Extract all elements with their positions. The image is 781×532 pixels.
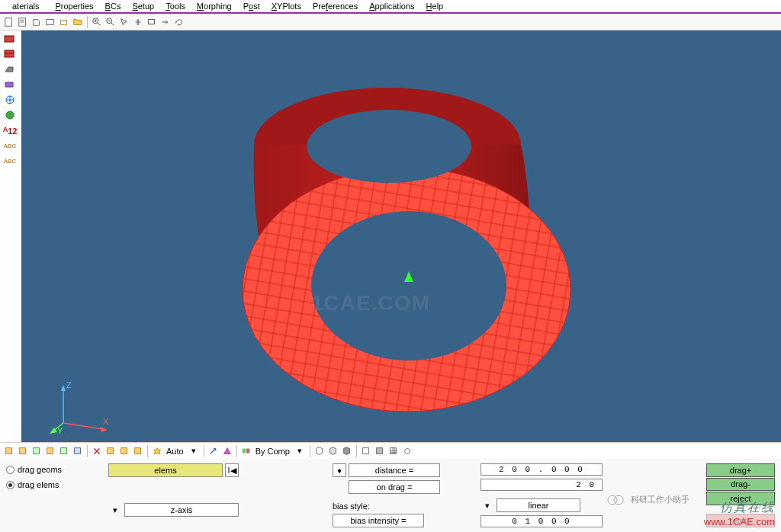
drag-plus-button[interactable]: drag+ [706,463,775,477]
svg-rect-35 [377,447,383,453]
auto-dropdown[interactable]: ▾ [187,444,201,458]
mt-5[interactable] [58,445,70,457]
svg-rect-2 [47,19,54,24]
separator [310,445,310,457]
menu-xyplots[interactable]: XYPlots [267,2,306,11]
mt-2[interactable] [17,445,29,457]
mt-auto-icon[interactable] [151,445,163,457]
svg-rect-27 [61,447,67,453]
mt-1[interactable] [3,445,15,457]
mt-x-icon[interactable] [91,445,103,457]
bias-intensity-label: bias intensity = [333,514,424,527]
zoom-out-icon[interactable] [104,16,117,28]
menu-morphing[interactable]: Morphing [192,2,236,11]
mt-box2-icon[interactable] [374,445,386,457]
svg-point-39 [614,495,623,505]
separator [356,445,357,457]
menu-tools[interactable]: Tools [161,2,190,11]
bias-style-dropdown[interactable]: ▾ [480,498,494,512]
top-toolbar [0,14,781,30]
separator [236,445,237,457]
mt-tri-icon[interactable] [221,445,233,457]
menu-preferences[interactable]: Preferences [308,2,362,11]
menu-setup[interactable]: Setup [127,2,159,11]
watermark-corner: 仿真在线 www.1CAE.com [704,500,775,527]
bottom-panel: drag geoms drag elems elems I◀ ▾ z-axis … [0,459,781,532]
ltool-abc2-icon[interactable]: ABC [1,154,19,168]
ltool-abc1-icon[interactable]: ABC [1,139,19,152]
tool-icon-4[interactable] [44,16,56,28]
distance-switch[interactable]: ♦ [333,463,346,477]
mt-bycomp-icon[interactable] [240,445,252,457]
svg-rect-7 [5,36,14,42]
menu-materials[interactable]: aterials [3,2,48,11]
select-arrow-icon[interactable] [118,16,130,28]
folder-icon[interactable] [72,16,84,28]
viewport-3d[interactable]: 1CAE.COM Z X Y [21,30,781,442]
axis-dropdown[interactable]: ▾ [108,503,122,517]
menu-bcs[interactable]: BCs [101,2,126,11]
svg-rect-34 [363,447,369,453]
ltool-green-icon[interactable] [1,108,19,122]
zaxis-button[interactable]: z-axis [124,503,239,517]
svg-rect-30 [121,447,127,453]
mt-arrow3d-icon[interactable] [207,445,220,457]
mt-4[interactable] [44,445,56,457]
ltool-a12-icon[interactable]: A12 [1,123,19,137]
bycomp-dropdown[interactable]: ▾ [293,444,307,458]
mt-clip2[interactable] [118,445,130,457]
ltool-1[interactable] [1,32,19,46]
mt-wire3-icon[interactable] [341,445,353,457]
elems-button[interactable]: elems [108,463,223,477]
rotate-icon[interactable] [173,16,185,28]
svg-rect-6 [149,19,155,24]
mt-wire2-icon[interactable] [327,445,339,457]
tool-icon-3[interactable] [31,16,43,28]
mt-clip[interactable] [104,445,117,457]
distance-input[interactable]: 2 0 0 . 0 0 0 [480,463,603,476]
ondrag-input[interactable]: 2 0 [480,479,603,491]
ltool-2[interactable] [1,47,19,61]
mt-grid-icon[interactable] [387,445,400,457]
ltool-globe-icon[interactable] [1,93,19,107]
mt-box1-icon[interactable] [360,445,372,457]
mt-tool-icon[interactable] [401,445,413,457]
svg-point-37 [404,448,410,453]
separator [204,445,204,457]
svg-text:Y: Y [57,426,63,434]
menu-applications[interactable]: Applications [365,2,419,11]
bias-intensity-input[interactable]: 0 1 0 0 0 [480,515,603,527]
ltool-3[interactable] [1,62,19,76]
tool-icon-2[interactable] [17,16,29,28]
menu-post[interactable]: Post [239,2,265,11]
elems-reset[interactable]: I◀ [225,463,239,477]
drag-minus-button[interactable]: drag- [706,478,775,492]
bycomp-label: By Comp [254,447,291,456]
mt-6[interactable] [72,445,84,457]
rect-icon[interactable] [146,16,158,28]
mt-3[interactable] [31,445,43,457]
svg-point-10 [6,111,14,119]
svg-rect-3 [61,20,67,24]
svg-point-15 [307,110,471,183]
left-toolbar: A12 ABC ABC [0,30,21,442]
svg-marker-19 [100,427,108,432]
menu-properties[interactable]: Properties [50,2,98,11]
tool-icon-5[interactable] [58,16,70,28]
mt-wire1-icon[interactable] [313,445,326,457]
zoom-in-icon[interactable] [91,16,103,28]
radio-drag-geoms[interactable]: drag geoms [6,463,98,476]
axis-triad: Z X Y [48,377,117,434]
arrow-icon[interactable] [159,16,172,28]
bias-style-value[interactable]: linear [497,498,580,512]
mt-clip3[interactable] [132,445,144,457]
svg-marker-17 [61,385,66,391]
menu-help[interactable]: Help [422,2,448,11]
ltool-4[interactable] [1,78,19,91]
svg-rect-29 [108,447,114,453]
tool-icon-1[interactable] [3,16,15,28]
pan-icon[interactable] [132,16,144,28]
auto-label: Auto [165,447,185,456]
radio-drag-elems[interactable]: drag elems [6,479,98,491]
bias-style-label: bias style: [333,502,373,511]
